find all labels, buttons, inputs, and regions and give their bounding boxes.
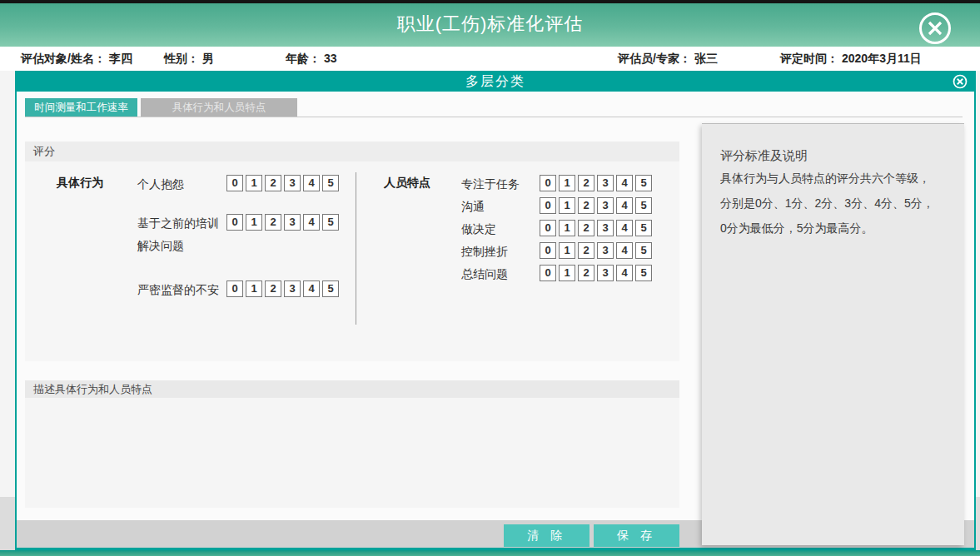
score-box-4[interactable]: 4 <box>616 175 633 191</box>
tab-underline <box>25 117 963 117</box>
save-button[interactable]: 保 存 <box>594 524 679 547</box>
help-text-line: 0分为最低分，5分为最高分。 <box>720 221 873 236</box>
score-box-1[interactable]: 1 <box>246 280 262 297</box>
score-box-5[interactable]: 5 <box>322 214 339 231</box>
score-box-1[interactable]: 1 <box>246 214 262 231</box>
row-label-frustration: 控制挫折 <box>461 245 508 258</box>
circle-x-close-icon <box>953 77 968 92</box>
group-label-personnel: 人员特点 <box>384 176 430 191</box>
info-value: 张三 <box>694 52 718 65</box>
score-box-5[interactable]: 5 <box>635 242 652 259</box>
score-box-5[interactable]: 5 <box>322 175 339 191</box>
row-label-communication: 沟通 <box>461 200 485 213</box>
info-field-date: 评定时间：2020年3月11日 <box>780 47 922 71</box>
score-box-0[interactable]: 0 <box>226 214 243 231</box>
score-box-4[interactable]: 4 <box>616 197 633 214</box>
info-field-gender: 性别：男 <box>164 47 214 71</box>
score-box-4[interactable]: 4 <box>303 280 320 297</box>
score-box-0[interactable]: 0 <box>226 175 243 191</box>
score-box-0[interactable]: 0 <box>226 280 243 297</box>
score-box-2[interactable]: 2 <box>265 214 281 231</box>
tab-behavior-personnel[interactable]: 具体行为和人员特点 <box>141 98 297 117</box>
help-text-line: 分别是0分、1分、2分、3分、4分、5分， <box>720 196 934 211</box>
score-box-2[interactable]: 2 <box>578 175 594 191</box>
score-box-3[interactable]: 3 <box>597 175 614 191</box>
score-scale-training: 012345 <box>226 214 341 231</box>
score-box-1[interactable]: 1 <box>246 175 262 191</box>
dialog-title: 多层分类 <box>15 71 976 92</box>
info-label: 评定时间： <box>780 52 838 65</box>
score-box-0[interactable]: 0 <box>540 175 556 191</box>
score-box-3[interactable]: 3 <box>597 265 614 281</box>
score-box-0[interactable]: 0 <box>540 265 556 281</box>
tab-time-measure-work-rate[interactable]: 时间测量和工作速率 <box>25 98 137 117</box>
score-box-3[interactable]: 3 <box>284 175 301 191</box>
score-box-5[interactable]: 5 <box>635 175 652 191</box>
score-box-0[interactable]: 0 <box>540 197 556 214</box>
score-box-1[interactable]: 1 <box>559 220 575 236</box>
row-label-complaint: 个人抱怨 <box>137 177 184 191</box>
info-field-assessor: 评估员/专家：张三 <box>618 47 718 71</box>
score-section-body <box>25 161 679 361</box>
score-box-2[interactable]: 2 <box>265 175 281 191</box>
score-scale-communication: 012345 <box>540 197 654 214</box>
score-box-1[interactable]: 1 <box>559 175 575 191</box>
score-scale-supervision: 012345 <box>226 280 341 297</box>
score-box-4[interactable]: 4 <box>303 175 320 191</box>
description-section-body <box>25 398 679 508</box>
group-label-behavior: 具体行为 <box>57 176 103 191</box>
app-close-button[interactable] <box>918 11 953 46</box>
score-scale-frustration: 012345 <box>540 242 654 259</box>
score-scale-complaint: 012345 <box>226 175 341 191</box>
circle-x-close-icon <box>918 34 953 48</box>
row-label-focus-task: 专注于任务 <box>461 177 520 191</box>
score-section-header: 评分 <box>25 141 679 161</box>
column-divider <box>356 172 356 325</box>
score-box-0[interactable]: 0 <box>540 242 556 259</box>
info-value: 33 <box>324 52 337 65</box>
score-box-5[interactable]: 5 <box>322 280 339 297</box>
score-box-1[interactable]: 1 <box>559 197 575 214</box>
row-label-training-line1: 基于之前的培训 <box>137 216 219 230</box>
score-box-0[interactable]: 0 <box>540 220 556 236</box>
help-panel-title: 评分标准及说明 <box>720 148 808 164</box>
score-box-4[interactable]: 4 <box>303 214 320 231</box>
score-box-3[interactable]: 3 <box>597 220 614 236</box>
score-box-5[interactable]: 5 <box>635 220 652 236</box>
info-value: 2020年3月11日 <box>842 52 922 65</box>
score-box-3[interactable]: 3 <box>284 280 301 297</box>
info-field-name: 评估对象/姓名：李四 <box>21 47 132 71</box>
score-box-5[interactable]: 5 <box>635 265 652 281</box>
row-label-training-line2: 解决问题 <box>137 239 184 252</box>
score-box-4[interactable]: 4 <box>616 220 633 236</box>
score-box-5[interactable]: 5 <box>635 197 652 214</box>
score-box-2[interactable]: 2 <box>578 242 594 259</box>
score-scale-summarize: 012345 <box>540 265 654 281</box>
score-box-3[interactable]: 3 <box>597 242 614 259</box>
row-label-decision: 做决定 <box>461 222 496 236</box>
dialog-close-button[interactable] <box>953 74 968 89</box>
description-textarea[interactable] <box>25 398 679 508</box>
window-bottom-strip <box>0 550 980 556</box>
score-box-2[interactable]: 2 <box>265 280 281 297</box>
score-box-4[interactable]: 4 <box>616 242 633 259</box>
score-box-2[interactable]: 2 <box>578 197 594 214</box>
score-box-3[interactable]: 3 <box>597 197 614 214</box>
help-text-line: 具体行为与人员特点的评分共六个等级， <box>720 171 930 186</box>
row-label-supervision: 严密监督的不安 <box>137 283 219 296</box>
score-box-4[interactable]: 4 <box>616 265 633 281</box>
score-box-2[interactable]: 2 <box>578 265 594 281</box>
score-box-1[interactable]: 1 <box>559 265 575 281</box>
score-scale-focus-task: 012345 <box>540 175 654 191</box>
clear-button[interactable]: 清 除 <box>504 524 589 547</box>
info-field-age: 年龄：33 <box>286 47 337 71</box>
info-label: 评估员/专家： <box>618 52 691 65</box>
score-box-2[interactable]: 2 <box>578 220 594 236</box>
info-label: 评估对象/姓名： <box>21 52 106 65</box>
app-title: 职业(工伤)标准化评估 <box>0 3 980 47</box>
description-section-header: 描述具体行为和人员特点 <box>25 380 679 398</box>
score-box-1[interactable]: 1 <box>559 242 575 259</box>
info-value: 李四 <box>109 52 132 65</box>
row-label-summarize: 总结问题 <box>461 267 508 280</box>
score-box-3[interactable]: 3 <box>284 214 301 231</box>
